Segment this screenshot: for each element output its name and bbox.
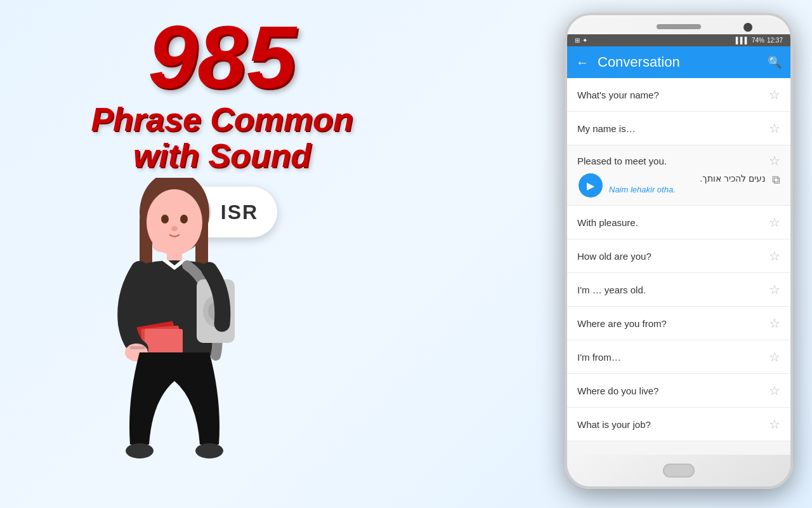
phone-camera bbox=[743, 23, 752, 32]
transliteration-3: Naim lehakir otha. bbox=[609, 185, 766, 194]
star-icon-6[interactable]: ☆ bbox=[769, 282, 780, 297]
hebrew-text-3: נעים להכיר אותך. bbox=[609, 173, 766, 184]
phrase-text-7: Where are you from? bbox=[577, 318, 769, 329]
search-icon[interactable]: 🔍 bbox=[768, 55, 782, 69]
phrase-text-10: What is your job? bbox=[577, 419, 769, 430]
student-figure bbox=[63, 178, 285, 508]
phrase-list: What's your name? ☆ My name is… ☆ Please… bbox=[567, 78, 790, 441]
copy-icon-3[interactable]: ⧉ bbox=[772, 173, 780, 187]
back-button[interactable]: ← bbox=[576, 55, 589, 70]
usb-icon: ⊞ bbox=[575, 37, 580, 44]
star-icon-10[interactable]: ☆ bbox=[769, 417, 780, 432]
translation-block-3: נעים להכיר אותך. Naim lehakir otha. bbox=[609, 173, 766, 194]
star-icon-4[interactable]: ☆ bbox=[769, 215, 780, 230]
left-section: 985 Phrase Common with Sound ISR bbox=[0, 0, 444, 508]
status-bar: ⊞ ✦ ▌▌▌ 74% 12:37 bbox=[567, 34, 790, 46]
subtitle-line1: Phrase Common bbox=[91, 102, 353, 138]
big-number: 985 bbox=[148, 13, 296, 102]
phrase-text-2: My name is… bbox=[577, 123, 769, 134]
status-left-icons: ⊞ ✦ bbox=[575, 37, 587, 44]
phrase-3-top: Pleased to meet you. ☆ bbox=[577, 153, 780, 168]
phone-speaker bbox=[657, 24, 701, 29]
phrase-item-2[interactable]: My name is… ☆ bbox=[567, 112, 790, 145]
phrase-item-9[interactable]: Where do you live? ☆ bbox=[567, 374, 790, 408]
star-icon-2[interactable]: ☆ bbox=[769, 121, 780, 136]
phone-screen: What's your name? ☆ My name is… ☆ Please… bbox=[567, 78, 790, 455]
svg-point-16 bbox=[171, 226, 178, 231]
phrase-item-5[interactable]: How old are you? ☆ bbox=[567, 239, 790, 273]
svg-point-28 bbox=[126, 443, 154, 458]
svg-point-15 bbox=[180, 215, 188, 224]
phrase-text-5: How old are you? bbox=[577, 251, 769, 262]
status-right-icons: ▌▌▌ 74% 12:37 bbox=[736, 37, 783, 44]
phrase-text-4: With pleasure. bbox=[577, 217, 769, 228]
phrase-text-1: What's your name? bbox=[577, 90, 769, 100]
home-button[interactable] bbox=[663, 464, 695, 478]
svg-point-14 bbox=[161, 215, 169, 224]
header-title: Conversation bbox=[598, 54, 759, 70]
phone-body: ⊞ ✦ ▌▌▌ 74% 12:37 ← Conversation 🔍 What'… bbox=[565, 13, 793, 489]
phrase-item-8[interactable]: I'm from… ☆ bbox=[567, 340, 790, 374]
star-icon-8[interactable]: ☆ bbox=[769, 349, 780, 364]
phrase-text-6: I'm … years old. bbox=[577, 284, 769, 295]
play-button-3[interactable]: ▶ bbox=[579, 173, 603, 197]
time-display: 12:37 bbox=[767, 37, 783, 44]
phrase-item-4[interactable]: With pleasure. ☆ bbox=[567, 206, 790, 239]
star-icon-9[interactable]: ☆ bbox=[769, 383, 780, 398]
signal-icon: ▌▌▌ bbox=[736, 37, 749, 44]
phrase-text-9: Where do you live? bbox=[577, 385, 769, 396]
student-area bbox=[32, 165, 317, 508]
svg-rect-27 bbox=[130, 346, 145, 349]
phrase-text-3: Pleased to meet you. bbox=[577, 156, 769, 166]
star-icon-7[interactable]: ☆ bbox=[769, 316, 780, 331]
notification-icon: ✦ bbox=[582, 37, 587, 44]
battery-level: 74% bbox=[752, 37, 764, 44]
star-icon-5[interactable]: ☆ bbox=[769, 248, 780, 264]
phrase-item-7[interactable]: Where are you from? ☆ bbox=[567, 307, 790, 340]
phrase-3-expanded-content: ▶ נעים להכיר אותך. Naim lehakir otha. ⧉ bbox=[577, 173, 780, 197]
phrase-item-1[interactable]: What's your name? ☆ bbox=[567, 78, 790, 112]
svg-point-17 bbox=[152, 237, 171, 252]
star-icon-3[interactable]: ☆ bbox=[769, 153, 780, 168]
phone-container: ⊞ ✦ ▌▌▌ 74% 12:37 ← Conversation 🔍 What'… bbox=[565, 13, 793, 489]
phrase-item-6[interactable]: I'm … years old. ☆ bbox=[567, 273, 790, 307]
phrase-item-3[interactable]: Pleased to meet you. ☆ ▶ נעים להכיר אותך… bbox=[567, 145, 790, 206]
phrase-text-8: I'm from… bbox=[577, 352, 769, 363]
svg-point-29 bbox=[195, 443, 223, 458]
phone-bottom bbox=[567, 455, 790, 486]
phrase-item-10[interactable]: What is your job? ☆ bbox=[567, 408, 790, 441]
app-header: ← Conversation 🔍 bbox=[567, 46, 790, 78]
star-icon-1[interactable]: ☆ bbox=[769, 87, 780, 102]
